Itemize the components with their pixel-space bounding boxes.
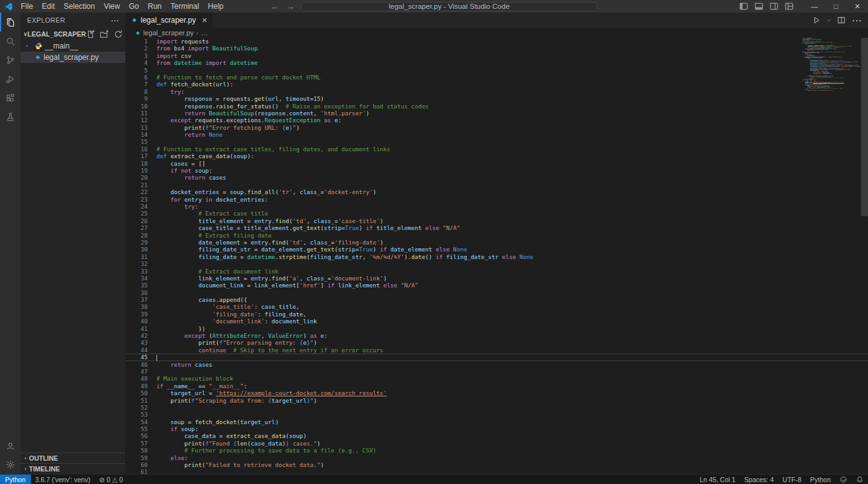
code-line-37[interactable]: 37cases.append({ xyxy=(126,296,868,303)
nav-back-button[interactable]: ← xyxy=(271,2,279,11)
encoding-indicator[interactable]: UTF-8 xyxy=(778,475,806,484)
code-line-61[interactable]: 61 xyxy=(126,468,868,474)
code-line-48[interactable]: 48# Main execution block xyxy=(126,375,868,382)
code-line-55[interactable]: 55if soup: xyxy=(126,425,868,432)
code-line-54[interactable]: 54soup = fetch_docket(target_url) xyxy=(126,418,868,425)
breadcrumb[interactable]: legal_scraper.py › … xyxy=(126,28,868,38)
code-line-20[interactable]: 20return cases xyxy=(126,174,868,181)
activity-account-icon[interactable] xyxy=(0,436,21,455)
code-line-13[interactable]: 13print(f"Error fetching URL: {e}") xyxy=(126,124,868,131)
activity-settings-gear-icon[interactable] xyxy=(0,455,21,474)
activity-source-control-icon[interactable] xyxy=(0,50,21,69)
menu-run[interactable]: Run xyxy=(143,1,166,12)
code-line-25[interactable]: 25# Extract case title xyxy=(126,210,868,217)
code-line-24[interactable]: 24try: xyxy=(126,203,868,210)
code-line-44[interactable]: 44continue # Skip to the next entry if a… xyxy=(126,347,868,354)
code-line-59[interactable]: 59else: xyxy=(126,454,868,461)
new-folder-icon[interactable] xyxy=(100,30,109,39)
code-line-42[interactable]: 42except (AttributeError, ValueError) as… xyxy=(126,332,868,339)
code-line-30[interactable]: 30filing_date_str = date_element.get_tex… xyxy=(126,246,868,253)
code-line-19[interactable]: 19if not soup: xyxy=(126,167,868,174)
explorer-more-actions-icon[interactable]: ⋯ xyxy=(111,16,119,25)
code-line-8[interactable]: 8try: xyxy=(126,88,868,95)
code-line-40[interactable]: 40'document_link': document_link xyxy=(126,318,868,325)
menu-terminal[interactable]: Terminal xyxy=(166,1,203,12)
activity-explorer-icon[interactable] xyxy=(0,13,21,32)
activity-extensions-icon[interactable] xyxy=(0,88,21,107)
code-line-35[interactable]: 35document_link = link_element['href'] i… xyxy=(126,282,868,289)
code-line-38[interactable]: 38'case_title': case_title, xyxy=(126,303,868,310)
code-line-28[interactable]: 28# Extract filing date xyxy=(126,232,868,239)
new-file-icon[interactable] xyxy=(86,30,95,39)
maximize-button[interactable]: □ xyxy=(825,0,847,13)
code-line-51[interactable]: 51print(f"Scraping data from: {target_ur… xyxy=(126,397,868,404)
code-line-4[interactable]: 4from datetime import datetime xyxy=(126,59,868,66)
code-line-50[interactable]: 50target_url = 'https://example-court-do… xyxy=(126,389,868,396)
code-line-33[interactable]: 33# Extract document link xyxy=(126,268,868,275)
menu-edit[interactable]: Edit xyxy=(37,1,59,12)
menu-go[interactable]: Go xyxy=(124,1,143,12)
code-editor[interactable]: 1import requests2from bs4 import Beautif… xyxy=(126,38,868,474)
code-line-15[interactable]: 15 xyxy=(126,138,868,145)
tab-legal-scraper[interactable]: legal_scraper.py ✕ xyxy=(126,13,213,28)
activity-search-icon[interactable] xyxy=(0,32,21,50)
toggle-primary-sidebar-icon[interactable] xyxy=(738,1,749,11)
minimap[interactable]: import requestsfrom bs4 import Beautiful… xyxy=(802,38,860,91)
menu-help[interactable]: Help xyxy=(204,1,228,12)
refresh-icon[interactable] xyxy=(114,30,123,39)
toggle-panel-icon[interactable] xyxy=(753,1,765,11)
python-version-badge[interactable]: Python xyxy=(0,475,31,484)
code-line-47[interactable]: 47 xyxy=(126,368,868,375)
code-line-32[interactable]: 32 xyxy=(126,260,868,267)
code-line-5[interactable]: 5 xyxy=(126,67,868,74)
code-line-45[interactable]: 45 xyxy=(126,354,868,360)
code-line-21[interactable]: 21 xyxy=(126,182,868,188)
notifications-bell-icon[interactable] xyxy=(852,475,868,484)
code-line-41[interactable]: 41 }) xyxy=(126,325,868,332)
code-line-16[interactable]: 16# Function to extract case titles, fil… xyxy=(126,146,868,153)
close-button[interactable]: ✕ xyxy=(847,0,868,13)
code-line-57[interactable]: 57print(f"Found {len(case_data)} cases."… xyxy=(126,440,868,447)
section-outline[interactable]: ›OUTLINE xyxy=(21,452,126,463)
code-line-1[interactable]: 1import requests xyxy=(126,38,868,45)
code-line-9[interactable]: 9response = requests.get(url, timeout=15… xyxy=(126,95,868,102)
nav-forward-button[interactable]: → xyxy=(286,2,295,11)
customize-layout-icon[interactable] xyxy=(783,1,795,11)
breadcrumb-tail[interactable]: … xyxy=(201,29,208,37)
code-line-29[interactable]: 29date_element = entry.find('td', class_… xyxy=(126,239,868,246)
indentation-indicator[interactable]: Spaces: 4 xyxy=(740,475,778,484)
code-line-6[interactable]: 6# Function to fetch and parse court doc… xyxy=(126,74,868,81)
code-line-49[interactable]: 49if __name__ == "__main__": xyxy=(126,383,868,389)
minimize-button[interactable]: — xyxy=(804,0,825,13)
editor-more-actions-icon[interactable]: ⋯ xyxy=(852,14,862,26)
code-line-56[interactable]: 56case_data = extract_case_data(soup) xyxy=(126,432,868,439)
code-line-12[interactable]: 12except requests.exceptions.RequestExce… xyxy=(126,117,868,124)
code-line-22[interactable]: 22docket_entries = soup.find_all('tr', c… xyxy=(126,188,868,195)
tree-item--main-[interactable]: ›__main__ xyxy=(21,40,126,52)
cursor-position[interactable]: Ln 45, Col 1 xyxy=(695,475,740,484)
language-mode[interactable]: Python xyxy=(806,475,835,484)
split-editor-icon[interactable] xyxy=(837,16,846,25)
code-line-3[interactable]: 3import csv xyxy=(126,52,868,59)
code-line-26[interactable]: 26title_element = entry.find('td', class… xyxy=(126,217,868,224)
code-line-39[interactable]: 39'filing_date': filing_date, xyxy=(126,311,868,318)
problems-indicator[interactable]: ⊘ 0 △ 0 xyxy=(95,475,127,484)
menu-view[interactable]: View xyxy=(99,1,124,12)
run-dropdown-chevron-icon[interactable] xyxy=(826,18,831,23)
code-line-36[interactable]: 36 xyxy=(126,289,868,296)
code-line-14[interactable]: 14return None xyxy=(126,131,868,138)
workspace-section-header[interactable]: ∨ LEGAL_SCRAPER xyxy=(21,28,126,40)
feedback-icon[interactable] xyxy=(835,475,852,484)
command-center[interactable]: legal_scraper.py - Visual Studio Code xyxy=(301,2,597,11)
code-line-58[interactable]: 58# Further processing to save data to a… xyxy=(126,447,868,454)
menu-file[interactable]: File xyxy=(16,1,37,12)
toggle-secondary-sidebar-icon[interactable] xyxy=(768,1,780,11)
breadcrumb-file[interactable]: legal_scraper.py xyxy=(143,29,194,37)
code-line-52[interactable]: 52 xyxy=(126,404,868,411)
run-python-file-icon[interactable] xyxy=(812,16,821,25)
interpreter-indicator[interactable]: 3.6.7 ('venv': venv) xyxy=(31,475,95,484)
menu-selection[interactable]: Selection xyxy=(59,1,99,12)
code-line-17[interactable]: 17def extract_case_data(soup): xyxy=(126,153,868,159)
code-line-31[interactable]: 31filing_date = datetime.strptime(filing… xyxy=(126,253,868,260)
code-line-34[interactable]: 34link_element = entry.find('a', class_=… xyxy=(126,275,868,282)
